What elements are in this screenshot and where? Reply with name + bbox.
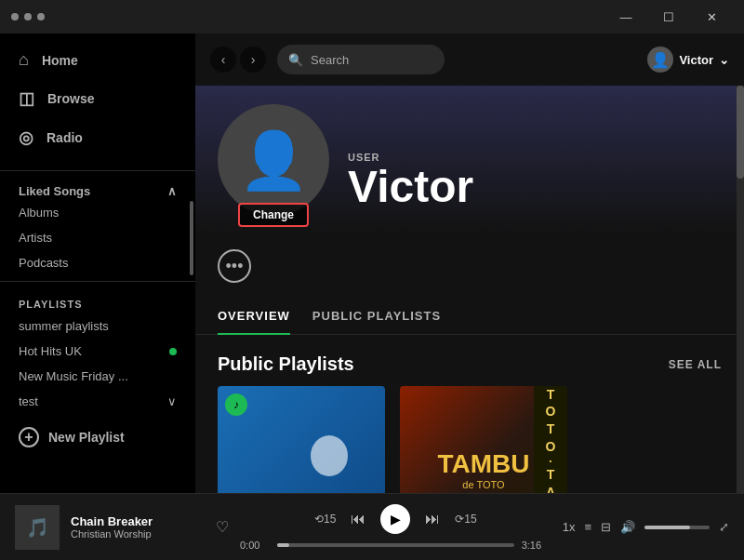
window-dots xyxy=(11,13,45,20)
browse-icon: ◫ xyxy=(19,88,34,109)
maximize-button[interactable]: ☐ xyxy=(647,0,690,33)
profile-tabs: OVERVIEW PUBLIC PLAYLISTS xyxy=(195,298,744,335)
playlists-section-label: Playlists xyxy=(0,287,195,313)
player-artist-name: Christian Worship xyxy=(71,528,201,540)
more-options-button[interactable]: ••• xyxy=(218,249,251,283)
toto-letter-t2: T xyxy=(547,421,555,437)
progress-bar[interactable] xyxy=(277,543,514,547)
sidebar-playlist-newmusic[interactable]: New Music Friday ... xyxy=(0,364,195,389)
player-track-info: Chain Breaker Christian Worship xyxy=(71,514,201,540)
tab-public-playlists[interactable]: PUBLIC PLAYLISTS xyxy=(312,298,441,334)
skip-forward-button[interactable]: ⟳15 xyxy=(455,513,476,526)
main-scrollbar[interactable] xyxy=(737,86,744,493)
profile-name: Victor xyxy=(348,163,473,212)
close-button[interactable]: ✕ xyxy=(690,0,733,33)
search-bar[interactable]: 🔍 Search xyxy=(277,45,445,74)
change-photo-button[interactable]: Change xyxy=(238,203,309,227)
forward-button[interactable]: › xyxy=(240,47,266,73)
artists-label: Artists xyxy=(19,231,52,245)
speed-button[interactable]: 1x xyxy=(563,520,576,534)
playlist-card-tambu[interactable]: TAMBU de TOTO T O T O • T A M B U xyxy=(400,386,567,493)
sidebar-scrollbar[interactable] xyxy=(190,201,193,275)
player-controls: ⟲15 ⏮ ▶ ⏭ ⟳15 0:00 3:16 xyxy=(240,504,551,551)
player-bar: 🎵 Chain Breaker Christian Worship ♡ ⟲15 … xyxy=(0,493,744,560)
sidebar-item-radio[interactable]: ◎ Radio xyxy=(0,118,195,157)
home-icon: ⌂ xyxy=(19,50,29,70)
profile-section: 👤 Change USER Victor xyxy=(195,86,744,234)
user-menu[interactable]: 👤 Victor ⌄ xyxy=(647,47,729,73)
sidebar-browse-label: Browse xyxy=(47,91,95,106)
toto-letter-a: A xyxy=(546,485,555,493)
sidebar-playlist-summer[interactable]: summer playlists xyxy=(0,313,195,339)
radio-icon: ◎ xyxy=(19,127,33,148)
chevron-down-icon: ⌄ xyxy=(719,53,729,67)
player-album-art: 🎵 xyxy=(15,505,60,550)
sidebar-item-home[interactable]: ⌂ Home xyxy=(0,41,195,79)
tambu-title: TAMBU xyxy=(437,449,529,479)
section-title: Public Playlists xyxy=(218,353,354,375)
queue-button[interactable]: ≡ xyxy=(584,520,591,534)
main-content: 👤 Change USER Victor ••• OVERVIEW PUBLIC… xyxy=(195,33,744,493)
new-playlist-button[interactable]: + New Playlist xyxy=(0,418,195,457)
dot-3 xyxy=(37,13,45,20)
podcasts-label: Podcasts xyxy=(19,256,68,270)
scrollbar-thumb[interactable] xyxy=(737,86,744,179)
dot-1 xyxy=(11,13,19,20)
play-pause-button[interactable]: ▶ xyxy=(380,504,410,534)
sidebar-playlist-hothits[interactable]: Hot Hits UK xyxy=(0,339,195,364)
hot-hits-label: Hot Hits UK xyxy=(19,344,82,358)
sidebar-item-browse[interactable]: ◫ Browse xyxy=(0,79,195,118)
fullscreen-button[interactable]: ⤢ xyxy=(719,520,729,534)
sidebar: ⌂ Home ◫ Browse ◎ Radio Liked Songs ∧ Al… xyxy=(0,33,195,493)
sidebar-item-albums[interactable]: Albums xyxy=(0,200,195,225)
user-name: Victor xyxy=(679,53,713,67)
nav-arrows: ‹ › xyxy=(210,47,266,73)
skip-back-button[interactable]: ⟲15 xyxy=(314,513,336,526)
toto-letter-o2: O xyxy=(546,439,556,455)
library-header-row: Liked Songs ∧ xyxy=(0,177,195,200)
tab-overview[interactable]: OVERVIEW xyxy=(218,298,290,334)
profile-avatar: 👤 Change xyxy=(218,104,329,216)
devices-button[interactable]: ⊟ xyxy=(601,520,611,534)
tambu-card-bg: TAMBU de TOTO T O T O • T A M B U xyxy=(400,386,567,493)
playlist-card-nmf[interactable]: ♪ New Music FRIDAY xyxy=(218,386,385,493)
sidebar-item-artists[interactable]: Artists xyxy=(0,225,195,250)
toto-letter-dot: • xyxy=(550,457,552,466)
window-controls: — ☐ ✕ xyxy=(604,0,733,33)
player-track-name: Chain Breaker xyxy=(71,514,201,528)
tambu-card-image: TAMBU de TOTO T O T O • T A M B U xyxy=(400,386,567,493)
search-icon: 🔍 xyxy=(288,53,303,67)
change-btn-container: Change xyxy=(238,203,309,227)
prev-button[interactable]: ⏮ xyxy=(351,511,365,527)
sidebar-home-label: Home xyxy=(42,53,78,68)
like-button[interactable]: ♡ xyxy=(216,518,229,536)
summer-playlists-label: summer playlists xyxy=(19,319,109,333)
next-button[interactable]: ⏭ xyxy=(425,511,440,527)
see-all-button[interactable]: SEE ALL xyxy=(669,358,722,371)
profile-info: USER Victor xyxy=(348,152,473,216)
nmf-card-image: ♪ New Music FRIDAY xyxy=(218,386,385,493)
volume-fill xyxy=(644,526,690,529)
profile-actions: ••• xyxy=(195,234,744,298)
dot-2 xyxy=(24,13,32,20)
tambu-subtitle: de TOTO xyxy=(437,479,529,490)
new-playlist-label: New Playlist xyxy=(48,430,125,445)
sidebar-nav: ⌂ Home ◫ Browse ◎ Radio xyxy=(0,33,195,165)
divider-1 xyxy=(0,170,195,171)
toto-side-strip: T O T O • T A M B U xyxy=(534,386,567,493)
progress-fill xyxy=(277,543,289,547)
progress-row: 0:00 3:16 xyxy=(240,540,551,551)
liked-songs-label: Liked Songs xyxy=(19,184,90,198)
sidebar-item-podcasts[interactable]: Podcasts xyxy=(0,250,195,275)
minimize-button[interactable]: — xyxy=(604,0,647,33)
toto-letter-t1: T xyxy=(547,387,555,403)
new-music-friday-label: New Music Friday ... xyxy=(19,369,128,383)
tambu-text-block: TAMBU de TOTO xyxy=(437,449,529,490)
sidebar-radio-label: Radio xyxy=(46,130,83,145)
sidebar-playlist-test[interactable]: test ∨ xyxy=(0,389,195,414)
back-button[interactable]: ‹ xyxy=(210,47,236,73)
volume-bar[interactable] xyxy=(644,526,710,529)
playlist-grid: ♪ New Music FRIDAY xyxy=(195,386,744,493)
toto-letter-ta: T xyxy=(547,467,555,483)
test-label: test xyxy=(19,394,38,408)
